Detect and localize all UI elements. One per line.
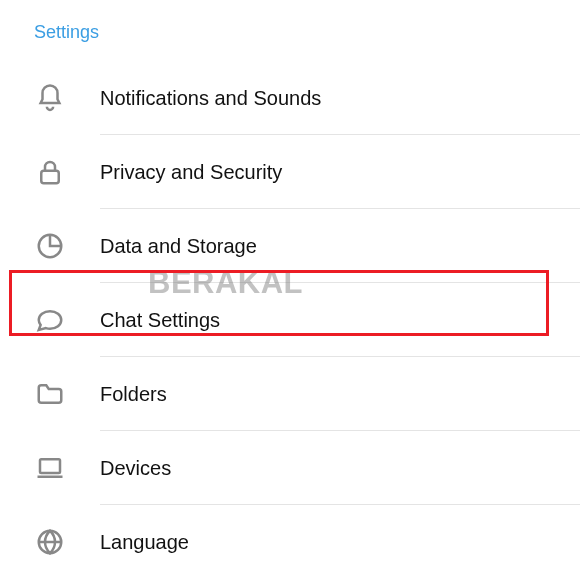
lock-icon (0, 157, 100, 187)
folder-icon (0, 379, 100, 409)
settings-item-folders[interactable]: Folders (0, 357, 580, 431)
settings-item-privacy[interactable]: Privacy and Security (0, 135, 580, 209)
pie-chart-icon (0, 231, 100, 261)
settings-item-label: Data and Storage (100, 235, 257, 258)
settings-item-notifications[interactable]: Notifications and Sounds (0, 61, 580, 135)
settings-item-label: Folders (100, 383, 167, 406)
svg-rect-2 (40, 459, 60, 473)
settings-item-label: Language (100, 531, 189, 554)
laptop-icon (0, 453, 100, 483)
settings-list: Notifications and Sounds Privacy and Sec… (0, 61, 580, 575)
settings-item-language[interactable]: Language (0, 505, 580, 575)
settings-item-data[interactable]: Data and Storage (0, 209, 580, 283)
settings-item-label: Chat Settings (100, 309, 220, 332)
settings-item-chat[interactable]: Chat Settings (0, 283, 580, 357)
settings-item-label: Notifications and Sounds (100, 87, 321, 110)
bell-icon (0, 83, 100, 113)
chat-bubble-icon (0, 305, 100, 335)
globe-icon (0, 527, 100, 557)
settings-item-label: Privacy and Security (100, 161, 282, 184)
settings-item-devices[interactable]: Devices (0, 431, 580, 505)
section-title: Settings (0, 0, 580, 61)
settings-item-label: Devices (100, 457, 171, 480)
svg-rect-0 (41, 171, 59, 184)
